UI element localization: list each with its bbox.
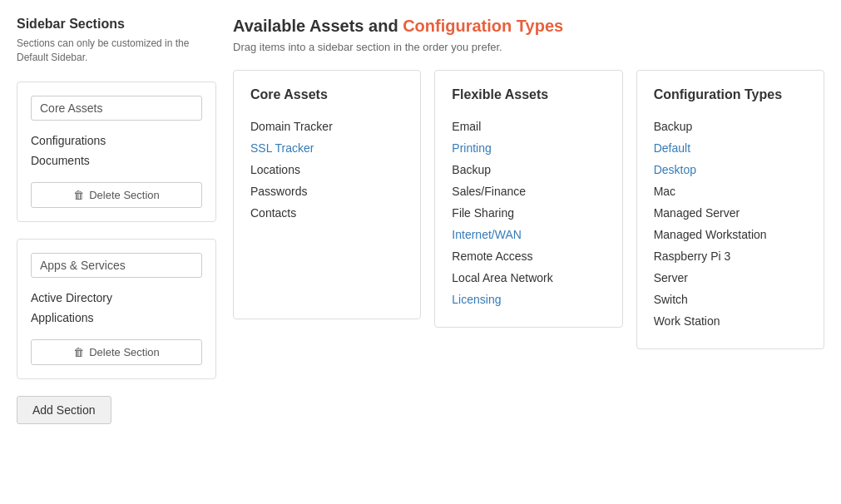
trash-icon: 🗑 (73, 189, 84, 201)
add-section-label: Add Section (32, 403, 96, 417)
section-card-core-assets: Configurations Documents 🗑 Delete Sectio… (17, 82, 216, 222)
asset-work-station[interactable]: Work Station (654, 310, 807, 332)
asset-server[interactable]: Server (654, 267, 807, 289)
asset-passwords[interactable]: Passwords (250, 180, 403, 202)
content-title: Available Assets and Configuration Types (233, 17, 824, 36)
section-item-applications[interactable]: Applications (31, 308, 202, 328)
asset-remote-access[interactable]: Remote Access (452, 245, 605, 267)
delete-section-button-apps-services[interactable]: 🗑 Delete Section (31, 339, 202, 365)
page-container: Sidebar Sections Sections can only be cu… (17, 17, 824, 424)
section-title-input-apps-services[interactable] (31, 253, 202, 278)
asset-contacts[interactable]: Contacts (250, 202, 403, 224)
drag-hint: Drag items into a sidebar section in the… (233, 41, 824, 53)
content-title-plain: Available Assets and (233, 17, 403, 35)
section-items-apps-services: Active Directory Applications (31, 288, 202, 328)
asset-raspberry-pi-3[interactable]: Raspberry Pi 3 (654, 245, 807, 267)
delete-section-button-core-assets[interactable]: 🗑 Delete Section (31, 182, 202, 208)
asset-local-area-network[interactable]: Local Area Network (452, 267, 605, 289)
asset-domain-tracker[interactable]: Domain Tracker (250, 116, 403, 137)
section-title-input-core-assets[interactable] (31, 96, 202, 121)
core-assets-heading: Core Assets (250, 87, 403, 102)
section-card-apps-services: Active Directory Applications 🗑 Delete S… (17, 239, 216, 379)
config-types-column: Configuration Types Backup Default Deskt… (636, 70, 824, 349)
asset-backup-config[interactable]: Backup (654, 116, 807, 137)
asset-switch[interactable]: Switch (654, 289, 807, 310)
asset-sales-finance[interactable]: Sales/Finance (452, 180, 605, 202)
content-title-highlight: Configuration Types (403, 17, 563, 35)
asset-ssl-tracker[interactable]: SSL Tracker (250, 137, 403, 159)
section-items-core-assets: Configurations Documents (31, 131, 202, 170)
asset-internet-wan[interactable]: Internet/WAN (452, 224, 605, 245)
core-assets-column: Core Assets Domain Tracker SSL Tracker L… (233, 70, 421, 319)
columns-layout: Core Assets Domain Tracker SSL Tracker L… (233, 70, 824, 349)
flexible-assets-heading: Flexible Assets (452, 87, 605, 102)
section-item-configurations[interactable]: Configurations (31, 131, 202, 151)
content-area: Available Assets and Configuration Types… (233, 17, 824, 349)
asset-mac[interactable]: Mac (654, 180, 807, 202)
asset-locations[interactable]: Locations (250, 159, 403, 180)
asset-desktop[interactable]: Desktop (654, 159, 807, 180)
section-item-active-directory[interactable]: Active Directory (31, 288, 202, 308)
config-types-heading: Configuration Types (654, 87, 807, 102)
asset-file-sharing[interactable]: File Sharing (452, 202, 605, 224)
asset-managed-server[interactable]: Managed Server (654, 202, 807, 224)
sidebar-title: Sidebar Sections (17, 17, 216, 32)
add-section-button[interactable]: Add Section (17, 396, 111, 424)
trash-icon-2: 🗑 (73, 346, 84, 358)
asset-licensing[interactable]: Licensing (452, 289, 605, 310)
asset-backup-flex[interactable]: Backup (452, 159, 605, 180)
asset-managed-workstation[interactable]: Managed Workstation (654, 224, 807, 245)
asset-default[interactable]: Default (654, 137, 807, 159)
delete-section-label-core-assets: Delete Section (89, 189, 160, 201)
asset-printing[interactable]: Printing (452, 137, 605, 159)
flexible-assets-column: Flexible Assets Email Printing Backup Sa… (434, 70, 622, 328)
section-item-documents[interactable]: Documents (31, 151, 202, 170)
sidebar-panel: Sidebar Sections Sections can only be cu… (17, 17, 216, 424)
page-layout: Sidebar Sections Sections can only be cu… (17, 17, 824, 424)
delete-section-label-apps-services: Delete Section (89, 346, 160, 358)
sidebar-subtitle: Sections can only be customized in the D… (17, 37, 216, 65)
asset-email[interactable]: Email (452, 116, 605, 137)
